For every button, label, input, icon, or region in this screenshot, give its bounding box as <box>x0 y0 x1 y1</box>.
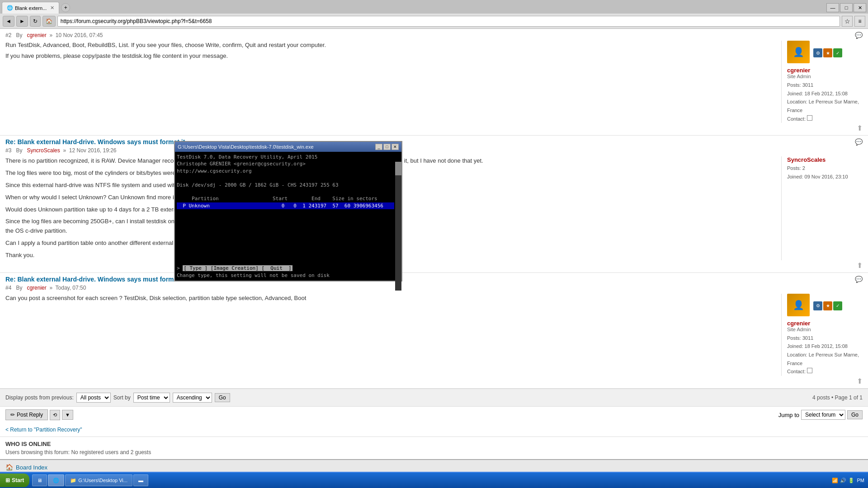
terminal-title: G:\Users\Desktop Vista\Desktop\testdisk-… <box>178 144 314 150</box>
refresh-btn[interactable]: ↻ <box>30 16 41 27</box>
contact-checkbox-4[interactable] <box>807 368 812 373</box>
minimize-btn[interactable]: — <box>826 3 839 12</box>
post-3-username[interactable]: SyncroScales <box>787 156 863 163</box>
contact-label-2: Contact: <box>787 116 806 122</box>
home-btn[interactable]: 🏠 <box>42 16 56 27</box>
start-label: Start <box>12 477 24 483</box>
joined-label-2: Joined: <box>787 91 803 96</box>
terminal-maximize-btn[interactable]: □ <box>383 144 391 150</box>
taskbar-icon-1: 🌐 <box>53 478 59 483</box>
terminal-empty-2 <box>177 216 394 223</box>
order-select[interactable]: Ascending <box>173 393 212 403</box>
active-tab[interactable]: 🌐 Blank extern... ✕ <box>2 2 59 14</box>
terminal-window[interactable]: G:\Users\Desktop Vista\Desktop\testdisk-… <box>174 141 402 282</box>
maximize-btn[interactable]: □ <box>840 3 853 12</box>
joined-date-4: 18 Feb 2012, 15:08 <box>805 343 848 349</box>
post-3-number: #3 <box>5 147 11 154</box>
taskbar-item-0[interactable]: 🖥 <box>32 474 47 486</box>
forward-btn[interactable]: ► <box>16 16 28 27</box>
posts-filter-select[interactable]: All posts <box>76 393 111 403</box>
display-label: Display posts from previous: <box>5 394 74 401</box>
terminal-empty-7 <box>177 251 394 258</box>
new-tab-btn[interactable]: + <box>61 3 70 12</box>
back-btn[interactable]: ◄ <box>3 16 14 27</box>
post-2-quote-icon[interactable]: 💬 <box>855 32 863 39</box>
post-4-author[interactable]: cgrenier <box>27 285 46 291</box>
display-controls: Display posts from previous: All posts S… <box>0 389 868 406</box>
post-3-title-link[interactable]: Re: Blank external Hard-drive. Windows s… <box>5 138 187 145</box>
post-2-avatar-icon1: ⚙ <box>813 48 822 57</box>
post-3-quote-icon[interactable]: 💬 <box>855 138 863 145</box>
joined-date-2: 18 Feb 2012, 15:08 <box>805 91 848 96</box>
post-4-avatar: 👤 <box>787 294 810 316</box>
tab-close-btn[interactable]: ✕ <box>50 5 54 11</box>
post-4-role: Site Admin <box>787 327 863 332</box>
terminal-body: TestDisk 7.0, Data Recovery Utility, Apr… <box>175 152 401 281</box>
post-4-title-area: Re: Blank external Hard-drive. Windows s… <box>5 276 187 283</box>
taskbar-label-2: G:\Users\Desktop Vi... <box>78 478 127 483</box>
taskbar-item-3[interactable]: ▬ <box>133 474 148 486</box>
terminal-line-3: http://www.cgsecurity.org <box>177 168 394 174</box>
menu-icon[interactable]: ≡ <box>854 16 865 27</box>
terminal-scrollbar[interactable] <box>395 162 401 291</box>
post-3-area: Re: Blank external Hard-drive. Windows s… <box>0 136 868 272</box>
post-3-info: Posts: 2 Joined: 09 Nov 2016, 23:10 <box>787 164 863 181</box>
taskbar-right: 📶 🔊 🔋 PM <box>828 478 868 483</box>
taskbar-items: 🖥 🌐 📁 G:\Users\Desktop Vi... ▬ <box>32 474 828 486</box>
posts-label-4: Posts: <box>787 335 801 341</box>
secondary-action-btn[interactable]: ⟲ <box>50 410 60 420</box>
post-2-avatar: 👤 <box>787 41 810 63</box>
action-bar: ✏ Post Reply ⟲ ▼ Jump to Select forum Go <box>0 406 868 423</box>
post-4-username[interactable]: cgrenier <box>787 320 863 327</box>
terminal-scroll-thumb[interactable] <box>395 162 401 175</box>
contact-checkbox-2[interactable] <box>807 115 812 121</box>
terminal-minimize-btn[interactable]: _ <box>375 144 382 150</box>
page-content: #2 By cgrenier » 10 Nov 2016, 07:45 💬 Ru… <box>0 29 868 488</box>
scroll-top-icon-2[interactable]: ⬆ <box>857 124 863 132</box>
post-3-date: 12 Nov 2016, 19:26 <box>69 147 117 154</box>
post-2-author[interactable]: cgrenier <box>27 32 46 38</box>
post-4-title-link[interactable]: Re: Blank external Hard-drive. Windows s… <box>5 276 187 283</box>
terminal-line-2: Christophe GRENIER <grenier@cgsecurity.o… <box>177 160 394 167</box>
taskbar-item-1[interactable]: 🌐 <box>48 474 64 486</box>
by-label-3: By <box>16 147 22 154</box>
bookmark-star-icon[interactable]: ☆ <box>842 16 853 27</box>
terminal-bottom-1[interactable]: > [ Type ] [Image Creation] [ Quit ] <box>177 265 394 272</box>
post-3-scroll: ⬆ <box>5 261 863 270</box>
return-link[interactable]: < Return to "Partition Recovery" <box>5 427 82 433</box>
pagination-info: 4 posts • Page 1 of 1 <box>812 394 863 401</box>
post-2-avatar-icon2: ★ <box>823 48 832 57</box>
taskbar-item-2[interactable]: 📁 G:\Users\Desktop Vi... <box>65 474 132 486</box>
close-btn[interactable]: ✕ <box>854 3 866 12</box>
terminal-close-btn[interactable]: ✕ <box>392 144 399 150</box>
terminal-line-5: Disk /dev/sdj - 2000 GB / 1862 GiB - CHS… <box>177 182 394 188</box>
home-nav-icon: 🏠 <box>5 464 13 471</box>
jump-to-select[interactable]: Select forum <box>801 410 845 420</box>
posts-label-2: Posts: <box>787 82 801 88</box>
sort-select[interactable]: Post time <box>133 393 170 403</box>
scroll-top-icon-3[interactable]: ⬆ <box>857 262 863 269</box>
post-4-header: #4 By cgrenier » Today, 07:50 <box>5 285 863 291</box>
volume-icon: 🔊 <box>840 478 846 483</box>
post-4-avatar-icon1: ⚙ <box>813 301 822 310</box>
terminal-empty-5 <box>177 237 394 244</box>
board-index-link[interactable]: Board Index <box>16 464 47 471</box>
dropdown-action-btn[interactable]: ▼ <box>62 410 73 420</box>
scroll-top-icon-4[interactable]: ⬆ <box>857 377 863 385</box>
post-4-quote-icon[interactable]: 💬 <box>855 276 863 283</box>
taskbar-icon-0: 🖥 <box>37 478 42 483</box>
terminal-empty-6 <box>177 244 394 251</box>
start-button[interactable]: ⊞ Start <box>0 474 29 487</box>
address-bar[interactable] <box>57 16 840 27</box>
post-2-username[interactable]: cgrenier <box>787 67 863 74</box>
browser-icon: 🌐 <box>7 5 13 11</box>
taskbar: ⊞ Start 🖥 🌐 📁 G:\Users\Desktop Vi... ▬ 📶… <box>0 472 868 488</box>
jump-go-btn[interactable]: Go <box>847 410 863 419</box>
go-button[interactable]: Go <box>215 393 230 402</box>
post-reply-button[interactable]: ✏ Post Reply <box>5 409 48 420</box>
joined-label-4: Joined: <box>787 343 803 349</box>
post-4-number: #4 <box>5 285 11 291</box>
sort-label: Sort by <box>113 394 131 401</box>
post-reply-label: Post Reply <box>17 412 43 418</box>
post-3-author[interactable]: SyncroScales <box>27 147 60 154</box>
